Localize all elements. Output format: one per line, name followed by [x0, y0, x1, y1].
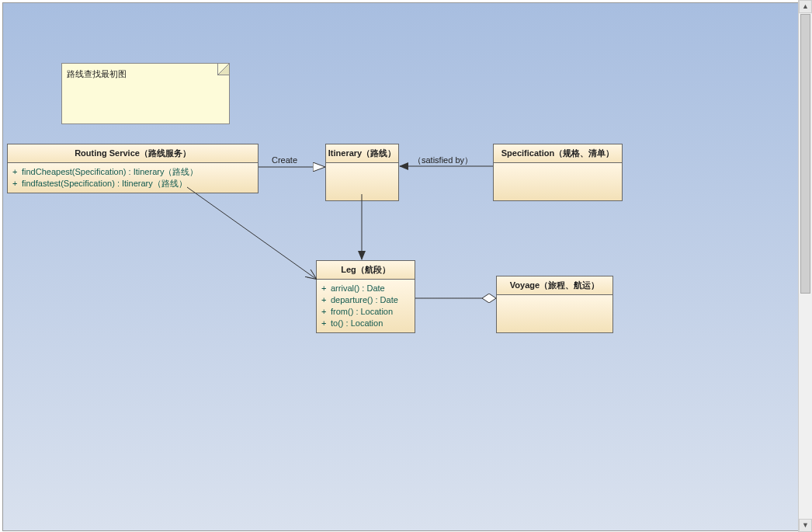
- class-operation: +departure() : Date: [321, 294, 410, 306]
- class-operation: +findCheapest(Specification) : Itinerary…: [12, 166, 253, 178]
- scroll-thumb[interactable]: [800, 14, 810, 294]
- class-operation: +from() : Location: [321, 306, 410, 318]
- class-leg[interactable]: Leg（航段） +arrival() : Date +departure() :…: [316, 260, 415, 333]
- class-operation: +to() : Location: [321, 318, 410, 329]
- scroll-up-arrow-icon[interactable]: ▲: [799, 0, 812, 13]
- class-itinerary[interactable]: Itinerary（路线）: [325, 144, 399, 201]
- note-fold-icon: [217, 64, 229, 75]
- diagram-viewport: 路线查找最初图 Routing Service（路线服务） +findCheap…: [0, 0, 812, 532]
- edge-label-satisfied-by: （satisfied by）: [413, 155, 473, 166]
- vertical-scrollbar[interactable]: ▲ ▼: [798, 0, 812, 532]
- scroll-down-arrow-icon[interactable]: ▼: [799, 519, 812, 532]
- class-voyage-title: Voyage（旅程、航运）: [497, 276, 612, 295]
- class-itinerary-body: [326, 163, 398, 200]
- class-voyage-body: [497, 295, 612, 332]
- note-sticky[interactable]: 路线查找最初图: [61, 63, 230, 124]
- class-leg-title: Leg（航段）: [317, 261, 415, 280]
- edge-routing-leg: [187, 187, 316, 279]
- class-specification-body: [494, 163, 622, 200]
- edge-label-create: Create: [272, 155, 297, 165]
- note-text: 路线查找最初图: [67, 68, 127, 80]
- class-specification[interactable]: Specification（规格、清单）: [493, 144, 623, 201]
- class-voyage[interactable]: Voyage（旅程、航运）: [496, 276, 613, 333]
- class-specification-title: Specification（规格、清单）: [494, 144, 622, 163]
- class-leg-body: +arrival() : Date +departure() : Date +f…: [317, 280, 415, 332]
- class-routing-service-body: +findCheapest(Specification) : Itinerary…: [8, 163, 258, 193]
- class-operation: +findfastest(Specification) : Itinerary（…: [12, 178, 253, 190]
- class-itinerary-title: Itinerary（路线）: [326, 144, 398, 163]
- class-routing-service-title: Routing Service（路线服务）: [8, 144, 258, 163]
- diagram-canvas[interactable]: 路线查找最初图 Routing Service（路线服务） +findCheap…: [2, 2, 799, 531]
- class-routing-service[interactable]: Routing Service（路线服务） +findCheapest(Spec…: [7, 144, 259, 193]
- class-operation: +arrival() : Date: [321, 283, 410, 294]
